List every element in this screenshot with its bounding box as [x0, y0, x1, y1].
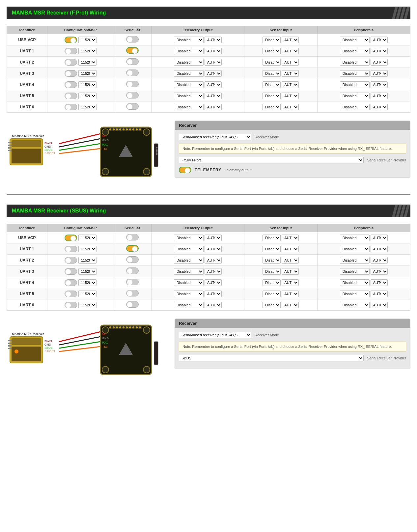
telemetry-auto-select[interactable]: AUTO [205, 291, 222, 297]
telemetry-select[interactable]: DisabledFrSky DFrSky SPortHoTTLTMMAVLink… [174, 291, 204, 297]
sensor-select[interactable]: DisabledGPSOptical FlowSpeedLidar [263, 291, 281, 297]
sensor-select[interactable]: DisabledGPSOptical FlowSpeedLidar [263, 246, 281, 252]
telemetry-auto-select[interactable]: AUTO [205, 81, 222, 88]
msp-toggle[interactable] [65, 81, 77, 88]
telemetry-auto-select[interactable]: AUTO [205, 104, 222, 110]
sensor-auto-select[interactable]: AUTO [282, 268, 299, 275]
telemetry-select[interactable]: DisabledFrSky DFrSky SPortHoTTLTMMAVLink… [174, 279, 204, 286]
peripherals-auto-select[interactable]: AUTO [371, 246, 388, 252]
telemetry-auto-select[interactable]: AUTO [205, 93, 222, 99]
baud-select[interactable]: 9600192003840057600115200230400 [78, 48, 97, 54]
msp-toggle[interactable] [65, 235, 77, 241]
sensor-select[interactable]: DisabledGPSOptical FlowSpeedLidar [263, 268, 281, 275]
sensor-auto-select[interactable]: AUTO [282, 93, 299, 99]
peripherals-auto-select[interactable]: AUTO [371, 257, 388, 264]
msp-toggle[interactable] [65, 37, 77, 43]
serial-rx-toggle[interactable] [126, 256, 139, 263]
telemetry-select[interactable]: DisabledFrSky DFrSky SPortHoTTLTMMAVLink… [174, 302, 204, 308]
telemetry-select[interactable]: DisabledFrSky DFrSky SPortHoTTLTMMAVLink… [174, 48, 204, 54]
msp-toggle[interactable] [65, 246, 77, 252]
receiver-mode-select-2[interactable]: Serial-based receiver (SPEKSAY,S [179, 332, 251, 338]
peripherals-select[interactable]: DisabledRunCamTBS SmartAudioIRC Tramp [340, 70, 370, 77]
sensor-select[interactable]: DisabledGPSOptical FlowSpeedLidar [263, 37, 281, 43]
peripherals-auto-select[interactable]: AUTO [371, 302, 388, 308]
peripherals-select[interactable]: DisabledRunCamTBS SmartAudioIRC Tramp [340, 235, 370, 241]
baud-select[interactable]: 9600192003840057600115200230400 [78, 246, 97, 252]
telemetry-auto-select[interactable]: AUTO [205, 37, 222, 43]
peripherals-select[interactable]: DisabledRunCamTBS SmartAudioIRC Tramp [340, 81, 370, 88]
msp-toggle[interactable] [65, 93, 77, 99]
sensor-auto-select[interactable]: AUTO [282, 59, 299, 66]
sensor-auto-select[interactable]: AUTO [282, 70, 299, 77]
sensor-auto-select[interactable]: AUTO [282, 235, 299, 241]
peripherals-select[interactable]: DisabledRunCamTBS SmartAudioIRC Tramp [340, 104, 370, 110]
peripherals-select[interactable]: DisabledRunCamTBS SmartAudioIRC Tramp [340, 48, 370, 54]
peripherals-auto-select[interactable]: AUTO [371, 235, 388, 241]
telemetry-select[interactable]: DisabledFrSky DFrSky SPortHoTTLTMMAVLink… [174, 104, 204, 110]
peripherals-auto-select[interactable]: AUTO [371, 81, 388, 88]
telemetry-select[interactable]: DisabledFrSky DFrSky SPortHoTTLTMMAVLink… [174, 246, 204, 252]
serial-rx-toggle[interactable] [126, 36, 139, 42]
baud-select[interactable]: 9600192003840057600115200230400 [78, 59, 97, 66]
peripherals-auto-select[interactable]: AUTO [371, 291, 388, 297]
telemetry-toggle-1[interactable] [179, 167, 191, 173]
serial-rx-toggle[interactable] [126, 70, 139, 76]
sensor-select[interactable]: DisabledGPSOptical FlowSpeedLidar [263, 104, 281, 110]
sensor-auto-select[interactable]: AUTO [282, 279, 299, 286]
sensor-select[interactable]: DisabledGPSOptical FlowSpeedLidar [263, 279, 281, 286]
sensor-auto-select[interactable]: AUTO [282, 246, 299, 252]
serial-rx-toggle[interactable] [126, 47, 139, 54]
telemetry-auto-select[interactable]: AUTO [205, 70, 222, 77]
telemetry-select[interactable]: DisabledFrSky DFrSky SPortHoTTLTMMAVLink… [174, 93, 204, 99]
serial-rx-toggle[interactable] [126, 245, 139, 252]
peripherals-auto-select[interactable]: AUTO [371, 279, 388, 286]
peripherals-auto-select[interactable]: AUTO [371, 70, 388, 77]
peripherals-auto-select[interactable]: AUTO [371, 59, 388, 66]
serial-rx-toggle[interactable] [126, 267, 139, 274]
msp-toggle[interactable] [65, 257, 77, 264]
peripherals-select[interactable]: DisabledRunCamTBS SmartAudioIRC Tramp [340, 59, 370, 66]
serial-rx-toggle[interactable] [126, 279, 139, 285]
receiver-mode-select-1[interactable]: Serial-based receiver (SPEKSAY,S [179, 134, 251, 140]
peripherals-select[interactable]: DisabledRunCamTBS SmartAudioIRC Tramp [340, 37, 370, 43]
serial-rx-toggle[interactable] [126, 92, 139, 98]
peripherals-select[interactable]: DisabledRunCamTBS SmartAudioIRC Tramp [340, 257, 370, 264]
telemetry-auto-select[interactable]: AUTO [205, 268, 222, 275]
sensor-select[interactable]: DisabledGPSOptical FlowSpeedLidar [263, 257, 281, 264]
sensor-select[interactable]: DisabledGPSOptical FlowSpeedLidar [263, 81, 281, 88]
telemetry-auto-select[interactable]: AUTO [205, 302, 222, 308]
sensor-select[interactable]: DisabledGPSOptical FlowSpeedLidar [263, 48, 281, 54]
msp-toggle[interactable] [65, 59, 77, 66]
serial-rx-toggle[interactable] [126, 58, 139, 65]
sensor-auto-select[interactable]: AUTO [282, 81, 299, 88]
telemetry-auto-select[interactable]: AUTO [205, 235, 222, 241]
sensor-select[interactable]: DisabledGPSOptical FlowSpeedLidar [263, 235, 281, 241]
msp-toggle[interactable] [65, 291, 77, 297]
baud-select[interactable]: 9600192003840057600115200230400 [78, 235, 97, 241]
baud-select[interactable]: 9600192003840057600115200230400 [78, 81, 97, 88]
msp-toggle[interactable] [65, 70, 77, 77]
msp-toggle[interactable] [65, 279, 77, 286]
peripherals-select[interactable]: DisabledRunCamTBS SmartAudioIRC Tramp [340, 93, 370, 99]
telemetry-auto-select[interactable]: AUTO [205, 257, 222, 264]
sensor-select[interactable]: DisabledGPSOptical FlowSpeedLidar [263, 93, 281, 99]
telemetry-select[interactable]: DisabledFrSky DFrSky SPortHoTTLTMMAVLink… [174, 37, 204, 43]
baud-select[interactable]: 9600192003840057600115200230400 [78, 291, 97, 297]
peripherals-auto-select[interactable]: AUTO [371, 93, 388, 99]
sensor-select[interactable]: DisabledGPSOptical FlowSpeedLidar [263, 70, 281, 77]
telemetry-select[interactable]: DisabledFrSky DFrSky SPortHoTTLTMMAVLink… [174, 235, 204, 241]
telemetry-auto-select[interactable]: AUTO [205, 246, 222, 252]
peripherals-select[interactable]: DisabledRunCamTBS SmartAudioIRC Tramp [340, 268, 370, 275]
provider-select-2[interactable]: SBUS FrSky FPort FrSky D IBUS [179, 355, 364, 361]
serial-rx-toggle[interactable] [126, 103, 139, 110]
sensor-auto-select[interactable]: AUTO [282, 257, 299, 264]
peripherals-auto-select[interactable]: AUTO [371, 48, 388, 54]
serial-rx-toggle[interactable] [126, 234, 139, 240]
telemetry-select[interactable]: DisabledFrSky DFrSky SPortHoTTLTMMAVLink… [174, 70, 204, 77]
peripherals-auto-select[interactable]: AUTO [371, 268, 388, 275]
telemetry-select[interactable]: DisabledFrSky DFrSky SPortHoTTLTMMAVLink… [174, 268, 204, 275]
peripherals-select[interactable]: DisabledRunCamTBS SmartAudioIRC Tramp [340, 279, 370, 286]
sensor-auto-select[interactable]: AUTO [282, 302, 299, 308]
peripherals-select[interactable]: DisabledRunCamTBS SmartAudioIRC Tramp [340, 291, 370, 297]
telemetry-select[interactable]: DisabledFrSky DFrSky SPortHoTTLTMMAVLink… [174, 81, 204, 88]
